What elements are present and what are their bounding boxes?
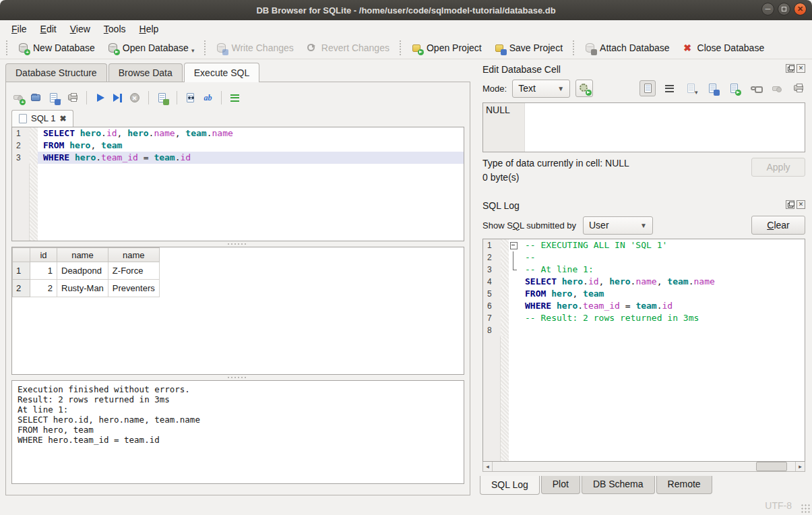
new-sql-tab-icon[interactable]: +: [13, 92, 24, 104]
tab-database-structure[interactable]: Database Structure: [5, 63, 107, 82]
execute-current-line-icon[interactable]: [112, 92, 123, 104]
print-cell-icon[interactable]: [790, 80, 807, 96]
format-sql-icon[interactable]: [229, 92, 241, 104]
word-wrap-icon[interactable]: [661, 80, 677, 96]
sql-log-code[interactable]: 1-- EXECUTING ALL IN 'SQL 1'2--3-- At li…: [483, 239, 805, 336]
open-project-button[interactable]: Open Project: [406, 40, 487, 57]
table-cell[interactable]: Z-Force: [108, 262, 159, 280]
save-data-icon[interactable]: [704, 80, 720, 96]
results-table[interactable]: idnamename11DeadpondZ-Force22Rusty-ManPr…: [12, 247, 160, 297]
horizontal-scrollbar[interactable]: ◂ ▸: [482, 462, 805, 472]
cell-info: Type of data currently in cell: NULL 0 b…: [480, 152, 807, 191]
scroll-left-icon[interactable]: ◂: [483, 462, 493, 471]
submitted-by-select[interactable]: User▼: [583, 216, 653, 235]
export-data-icon[interactable]: [726, 80, 742, 96]
column-header[interactable]: name: [108, 248, 159, 262]
link-data-icon[interactable]: [747, 80, 763, 96]
menubar: File Edit View Tools Help: [0, 20, 812, 37]
window-controls: ─ ✕: [761, 3, 807, 16]
close-sql-tab-icon[interactable]: ✖: [59, 114, 66, 123]
table-cell[interactable]: 2: [30, 280, 57, 297]
sql-log-view[interactable]: 1-- EXECUTING ALL IN 'SQL 1'2--3-- At li…: [482, 239, 805, 462]
scrollbar-track[interactable]: [493, 462, 795, 471]
save-results-button[interactable]: ▾: [156, 92, 170, 104]
sql-log-title: SQL Log: [482, 200, 520, 211]
maximize-button[interactable]: [778, 3, 790, 16]
mode-select[interactable]: Text▼: [512, 80, 570, 98]
vertical-splitter[interactable]: [473, 59, 478, 496]
close-button[interactable]: ✕: [794, 3, 807, 16]
clear-button[interactable]: Clear: [751, 216, 805, 235]
sql-tab[interactable]: SQL 1 ✖: [11, 110, 73, 127]
horizontal-splitter[interactable]: [11, 241, 464, 247]
row-header[interactable]: 1: [13, 262, 30, 280]
minimize-button[interactable]: ─: [761, 3, 774, 16]
text-mode-icon[interactable]: [639, 80, 656, 96]
auto-completion-icon[interactable]: ab: [202, 92, 214, 104]
resize-grip[interactable]: [801, 504, 810, 513]
menu-tools[interactable]: Tools: [98, 22, 132, 36]
close-dock-icon[interactable]: ✕: [797, 200, 805, 209]
statusbar: UTF-8: [0, 496, 812, 515]
menu-help[interactable]: Help: [133, 22, 165, 36]
column-header[interactable]: name: [57, 248, 108, 262]
table-row[interactable]: 22Rusty-ManPreventers: [13, 280, 160, 297]
sql-editor-code[interactable]: 1SELECT hero.id, hero.name, team.name2FR…: [12, 127, 464, 164]
tab-execute-sql[interactable]: Execute SQL: [184, 63, 260, 82]
find-icon[interactable]: [185, 92, 196, 104]
toolbar-separator: [177, 91, 177, 104]
cell-value-editor[interactable]: NULL: [482, 102, 805, 152]
close-dock-icon[interactable]: ✕: [797, 64, 805, 73]
menu-edit[interactable]: Edit: [34, 22, 63, 36]
set-null-icon: [769, 80, 785, 96]
table-cell[interactable]: 1: [30, 262, 57, 280]
sql-editor[interactable]: 1SELECT hero.id, hero.name, team.name2FR…: [11, 127, 464, 241]
close-database-button[interactable]: ✖ Close Database: [677, 40, 770, 57]
open-database-dropdown-icon[interactable]: ▾: [191, 47, 195, 54]
sql-file-icon: [19, 114, 27, 123]
open-sql-file-icon[interactable]: [30, 92, 42, 104]
tab-sql-log[interactable]: SQL Log: [480, 476, 540, 495]
tab-db-schema[interactable]: DB Schema: [582, 476, 655, 494]
open-database-icon: [107, 42, 119, 54]
tab-browse-data[interactable]: Browse Data: [108, 63, 183, 82]
titlebar[interactable]: DB Browser for SQLite - /home/user/code/…: [0, 0, 812, 20]
float-dock-icon[interactable]: [786, 64, 794, 73]
table-cell[interactable]: Preventers: [108, 280, 159, 297]
table-row[interactable]: 11DeadpondZ-Force: [13, 262, 160, 280]
toolbar-grip: [5, 40, 9, 55]
right-pane: Edit Database Cell ✕ Mode: Text▼ ▾: [478, 59, 812, 496]
menu-view[interactable]: View: [64, 22, 96, 36]
toolbar-grip: [571, 40, 575, 55]
auto-switch-mode-button[interactable]: [575, 80, 593, 97]
toolbar-separator: [148, 91, 149, 104]
row-header[interactable]: 2: [13, 280, 30, 297]
tab-plot[interactable]: Plot: [541, 476, 580, 494]
scroll-right-icon[interactable]: ▸: [795, 462, 805, 471]
scrollbar-thumb[interactable]: [756, 462, 787, 471]
window-title: DB Browser for SQLite - /home/user/code/…: [256, 5, 555, 16]
table-cell[interactable]: Rusty-Man: [57, 280, 108, 297]
results-grid[interactable]: idnamename11DeadpondZ-Force22Rusty-ManPr…: [11, 247, 464, 375]
execution-status-log[interactable]: Execution finished without errors.Result…: [11, 380, 464, 484]
menu-file[interactable]: File: [5, 22, 33, 36]
print-icon[interactable]: [67, 92, 79, 104]
open-database-button[interactable]: Open Database ▾: [102, 40, 200, 57]
tab-remote[interactable]: Remote: [656, 476, 712, 494]
new-database-button[interactable]: + New Database: [12, 40, 100, 57]
float-dock-icon[interactable]: [786, 200, 794, 209]
toolbar-grip: [398, 40, 402, 55]
execute-all-icon[interactable]: [94, 92, 106, 104]
column-header[interactable]: id: [30, 248, 57, 262]
table-cell[interactable]: Deadpond: [57, 262, 108, 280]
attach-database-icon: [584, 42, 596, 54]
write-changes-icon: [216, 42, 227, 54]
write-changes-button: Write Changes: [210, 40, 299, 57]
attach-database-button[interactable]: Attach Database: [579, 40, 675, 57]
save-sql-file-button[interactable]: ▾: [48, 92, 61, 104]
table-corner-header[interactable]: [13, 248, 30, 262]
chevron-down-icon: ▼: [557, 85, 564, 92]
save-project-button[interactable]: Save Project: [489, 40, 568, 57]
horizontal-splitter[interactable]: [11, 375, 464, 380]
apply-button: Apply: [751, 158, 805, 177]
